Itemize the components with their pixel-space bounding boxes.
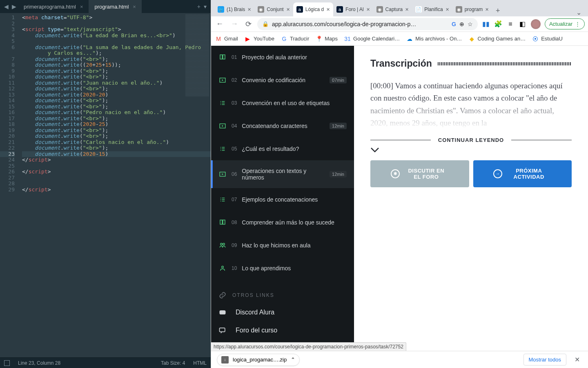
lesson-item[interactable]: 10Lo que aprendimos	[211, 257, 354, 280]
bookmark-item[interactable]: ◆Coding Games an…	[468, 36, 526, 42]
tab-size[interactable]: Tab Size: 4	[161, 360, 185, 366]
browser-tab[interactable]: 🐦(1) Brais✕	[214, 2, 254, 16]
forward-button[interactable]: →	[229, 20, 240, 28]
svg-point-5	[222, 266, 224, 268]
lesson-item[interactable]: 05¿Cuál es el resultado?	[211, 137, 354, 160]
chevron-up-icon[interactable]: ⌃	[291, 357, 295, 363]
browser-tab[interactable]: ◉Captura✕	[373, 2, 412, 16]
expand-button[interactable]	[370, 147, 572, 153]
book-icon	[218, 218, 227, 227]
download-item[interactable]: ↓ logica_progamac….zip ⌃	[217, 354, 300, 366]
back-button[interactable]: ←	[214, 20, 225, 28]
profile-avatar[interactable]	[531, 19, 541, 29]
reading-list-icon[interactable]: ≡	[506, 20, 514, 28]
close-icon[interactable]: ✕	[326, 7, 330, 12]
install-icon[interactable]: ⊕	[459, 21, 464, 27]
lesson-duration: 12min	[330, 123, 347, 129]
address-bar[interactable]: 🔒 app.aluracursos.com/course/logica-de-p…	[257, 18, 478, 30]
bookmark-item[interactable]: ⦿EstudiaU	[532, 36, 563, 42]
code-area[interactable]: <meta charset="UTF-8"><script type="text…	[20, 13, 211, 357]
bookmark-item[interactable]: GTraducir	[281, 36, 309, 42]
show-all-downloads[interactable]: Mostrar todos	[523, 354, 566, 366]
update-button[interactable]: Actualizar ⋮	[545, 18, 585, 29]
bookmark-item[interactable]: ▶YouTube	[245, 36, 274, 42]
close-icon[interactable]: ✕	[405, 7, 409, 12]
bookmark-item[interactable]: 31Google Calendari…	[344, 36, 400, 42]
browser-tab[interactable]: aLógica d✕	[293, 2, 333, 16]
bookmark-icon: 📍	[316, 36, 322, 42]
lesson-number: 02	[232, 77, 237, 83]
next-activity-button[interactable]: → PRÓXIMA ACTIVIDAD	[473, 160, 572, 187]
lesson-title: Operaciones con textos y números	[242, 168, 325, 181]
bookmark-item[interactable]: MGmail	[215, 36, 238, 42]
video-icon	[218, 122, 227, 130]
close-icon[interactable]: ×	[133, 4, 136, 10]
list-icon	[218, 195, 227, 204]
lesson-number: 09	[232, 242, 237, 248]
editor-add-tab[interactable]: +	[196, 3, 202, 10]
lesson-item[interactable]: 04Concatenando caracteres12min	[211, 114, 354, 137]
continue-divider: CONTINUAR LEYENDO	[370, 137, 572, 143]
lesson-item[interactable]: 09Haz lo que hicimos en aula	[211, 234, 354, 257]
close-icon[interactable]: ✕	[286, 7, 290, 12]
main-panel: Transcripción [00:00] Vamos a continuar …	[354, 46, 588, 351]
editor-nav-prev[interactable]: ◀	[2, 3, 10, 10]
svg-point-3	[220, 243, 223, 245]
other-link[interactable]: Foro del curso	[211, 321, 354, 339]
translate-icon[interactable]: G	[452, 21, 456, 27]
lesson-item[interactable]: 01Proyecto del aula anterior	[211, 46, 354, 69]
svg-point-4	[223, 243, 225, 245]
lock-icon: 🔒	[262, 21, 269, 27]
editor-tab-label: primeraprograma.html	[24, 4, 76, 10]
page-title: Transcripción	[370, 58, 432, 69]
menu-icon: ⋮	[575, 21, 580, 27]
bookmark-star-icon[interactable]: ☆	[468, 21, 473, 27]
browser-tab[interactable]: 📄Planifica✕	[412, 2, 452, 16]
favicon: 🐦	[218, 6, 224, 13]
close-icon[interactable]: ✕	[572, 356, 582, 364]
editor-tab-bar: ◀ ▶ primeraprograma.html × programa.html…	[0, 0, 211, 13]
lesson-number: 10	[232, 265, 237, 271]
editor-nav-next[interactable]: ▶	[10, 3, 18, 10]
lesson-item[interactable]: 08Comprender aún más lo que sucede	[211, 211, 354, 234]
lesson-item[interactable]: 07Ejemplos de concatenaciones	[211, 188, 354, 211]
discuss-forum-button[interactable]: ✱ DISCUTIR EN EL FORO	[370, 160, 469, 187]
tab-list-button[interactable]: ⌄	[573, 9, 585, 16]
lesson-item[interactable]: 02Convenio de codificación07min	[211, 69, 354, 92]
other-link[interactable]: Discord Alura	[211, 303, 354, 321]
bookmark-item[interactable]: 📍Maps	[316, 36, 338, 42]
file-language[interactable]: HTML	[193, 360, 207, 366]
list-icon	[218, 99, 227, 107]
editor-tab[interactable]: primeraprograma.html ×	[18, 0, 89, 13]
close-icon[interactable]: ✕	[366, 7, 370, 12]
lesson-item[interactable]: 03Convención en el uso de etiquetas	[211, 92, 354, 114]
lesson-title: Proyecto del aula anterior	[242, 54, 347, 61]
continue-label: CONTINUAR LEYENDO	[438, 137, 504, 143]
extension-icon[interactable]: ▮▮	[482, 20, 490, 28]
side-panel-icon[interactable]: ◧	[519, 20, 527, 28]
lesson-list[interactable]: 01Proyecto del aula anterior02Convenio d…	[211, 46, 354, 351]
minimap[interactable]	[185, 15, 209, 96]
bookmark-icon: ▶	[245, 36, 251, 42]
extensions-menu-icon[interactable]: 🧩	[494, 20, 502, 28]
bookmark-item[interactable]: ☁Mis archivos - On…	[406, 36, 462, 42]
browser-tab[interactable]: aForo | Al✕	[333, 2, 373, 16]
reload-button[interactable]: ⟳	[244, 20, 253, 29]
close-icon[interactable]: ×	[80, 4, 83, 10]
lesson-item[interactable]: 06Operaciones con textos y números12min	[211, 160, 354, 188]
new-tab-button[interactable]: +	[492, 5, 503, 16]
close-icon[interactable]: ✕	[445, 7, 449, 12]
editor-tab[interactable]: programa.html ×	[89, 0, 141, 13]
close-icon[interactable]: ✕	[485, 7, 489, 12]
editor-tab-menu[interactable]: ▾	[202, 3, 208, 10]
browser-tab[interactable]: ◉program✕	[452, 2, 492, 16]
people-icon	[218, 241, 227, 249]
close-icon[interactable]: ✕	[247, 7, 251, 12]
cursor-position[interactable]: Line 23, Column 28	[18, 360, 60, 366]
browser-tab[interactable]: ◉Conjunt✕	[254, 2, 293, 16]
fade-overlay	[370, 97, 572, 130]
editor-body[interactable]: 1234567891011121314151617181920212223242…	[0, 13, 211, 357]
lesson-title: Convención en el uso de etiquetas	[242, 100, 347, 106]
file-icon: ↓	[221, 356, 229, 364]
panel-icon[interactable]	[4, 360, 10, 366]
